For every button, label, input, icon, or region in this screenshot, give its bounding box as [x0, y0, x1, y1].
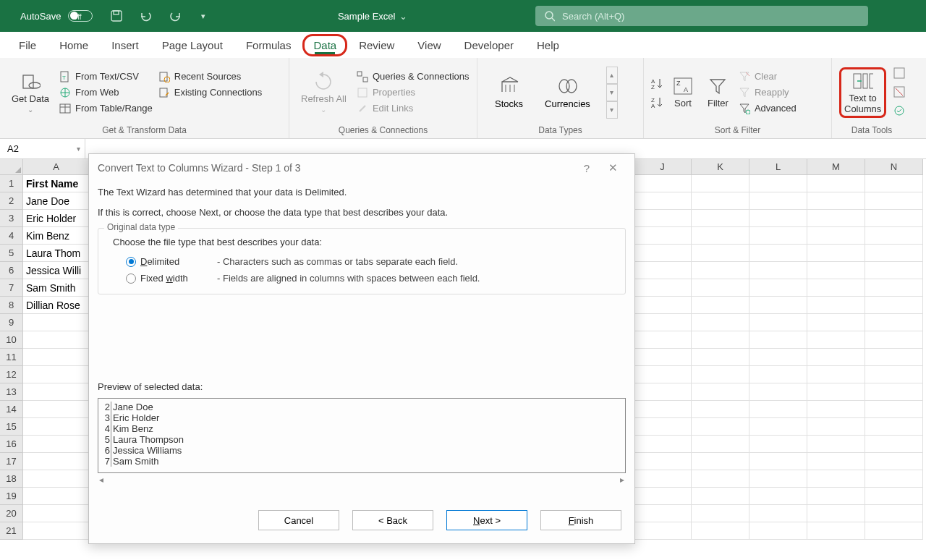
cell[interactable]	[807, 453, 865, 470]
cell[interactable]	[749, 436, 807, 453]
cell[interactable]	[865, 401, 923, 418]
existing-connections-button[interactable]: Existing Connections	[158, 87, 262, 98]
from-text-csv-button[interactable]: TFrom Text/CSV	[59, 71, 153, 82]
cell[interactable]	[865, 505, 923, 522]
finish-button[interactable]: FinishFinish	[540, 510, 621, 530]
cell[interactable]	[865, 279, 923, 297]
cell[interactable]	[634, 522, 692, 540]
tab-view[interactable]: View	[406, 33, 452, 57]
cell[interactable]	[749, 262, 807, 279]
cell[interactable]	[807, 522, 865, 540]
sort-desc-button[interactable]: ZA	[651, 96, 663, 108]
cell[interactable]	[807, 383, 865, 401]
row-header[interactable]: 2	[0, 192, 23, 210]
cell[interactable]	[807, 262, 865, 279]
cell[interactable]: Laura Thom	[23, 245, 90, 262]
cell[interactable]	[634, 175, 692, 192]
cell[interactable]: Eric Holder	[23, 210, 90, 227]
cell[interactable]	[23, 470, 90, 488]
row-header[interactable]: 15	[0, 418, 23, 436]
redo-icon[interactable]	[168, 9, 181, 22]
cell[interactable]	[865, 331, 923, 349]
cell[interactable]	[749, 401, 807, 418]
cell[interactable]	[692, 210, 749, 227]
cell[interactable]	[749, 522, 807, 540]
from-table-range-button[interactable]: From Table/Range	[59, 103, 153, 114]
cell[interactable]	[23, 401, 90, 418]
cell[interactable]	[23, 314, 90, 331]
cell[interactable]	[23, 436, 90, 453]
col-header[interactable]: N	[865, 159, 923, 175]
row-header[interactable]: 18	[0, 470, 23, 488]
cell[interactable]	[807, 366, 865, 383]
cell[interactable]	[634, 383, 692, 401]
cell[interactable]	[692, 418, 749, 436]
cell[interactable]	[865, 210, 923, 227]
cell[interactable]: Sam Smith	[23, 279, 90, 297]
cell[interactable]	[634, 418, 692, 436]
cell[interactable]	[692, 227, 749, 245]
cell[interactable]	[634, 349, 692, 366]
row-header[interactable]: 3	[0, 210, 23, 227]
cell[interactable]	[865, 366, 923, 383]
cell[interactable]: Kim Benz	[23, 227, 90, 245]
cell[interactable]	[692, 522, 749, 540]
tab-review[interactable]: Review	[347, 33, 406, 57]
row-header[interactable]: 14	[0, 401, 23, 418]
cell[interactable]	[23, 331, 90, 349]
row-header[interactable]: 8	[0, 297, 23, 314]
flash-fill-icon[interactable]	[893, 67, 906, 80]
currencies-datatype[interactable]: Currencies	[545, 75, 590, 109]
cell[interactable]	[749, 349, 807, 366]
cell[interactable]	[807, 192, 865, 210]
cell[interactable]	[23, 349, 90, 366]
cell[interactable]	[749, 314, 807, 331]
get-data-button[interactable]: Get Data ⌄	[7, 61, 54, 124]
datatype-up-icon[interactable]: ▴	[606, 67, 618, 84]
advanced-button[interactable]: Advanced	[739, 103, 797, 114]
col-header[interactable]: L	[749, 159, 807, 175]
filter-button[interactable]: Filter	[703, 61, 733, 124]
cell[interactable]	[865, 418, 923, 436]
cell[interactable]	[865, 227, 923, 245]
tab-formulas[interactable]: Formulas	[234, 33, 303, 57]
cell[interactable]	[692, 505, 749, 522]
cell[interactable]	[865, 349, 923, 366]
cell[interactable]	[749, 383, 807, 401]
stocks-datatype[interactable]: Stocks	[495, 75, 523, 109]
reapply-button[interactable]: Reapply	[739, 87, 797, 98]
cell[interactable]	[634, 470, 692, 488]
cell[interactable]	[749, 192, 807, 210]
cell[interactable]	[634, 314, 692, 331]
cell[interactable]	[865, 175, 923, 192]
cell[interactable]	[807, 175, 865, 192]
col-header[interactable]: K	[692, 159, 749, 175]
col-header[interactable]: A	[23, 159, 90, 175]
cell[interactable]	[749, 505, 807, 522]
text-to-columns-button[interactable]: Text to Columns	[839, 67, 886, 118]
cell[interactable]	[865, 453, 923, 470]
row-header[interactable]: 9	[0, 314, 23, 331]
cell[interactable]	[23, 383, 90, 401]
cell[interactable]	[807, 505, 865, 522]
remove-duplicates-icon[interactable]	[893, 86, 906, 99]
cell[interactable]	[749, 175, 807, 192]
cell[interactable]	[692, 470, 749, 488]
cell[interactable]: Dillian Rose	[23, 297, 90, 314]
cell[interactable]	[749, 418, 807, 436]
cell[interactable]	[634, 436, 692, 453]
cell[interactable]	[23, 453, 90, 470]
document-title[interactable]: Sample Excel⌄	[210, 11, 535, 22]
cell[interactable]	[807, 245, 865, 262]
cell[interactable]	[692, 192, 749, 210]
cell[interactable]	[692, 401, 749, 418]
row-header[interactable]: 4	[0, 227, 23, 245]
cell[interactable]	[865, 192, 923, 210]
sort-button[interactable]: ZA Sort	[668, 61, 697, 124]
cell[interactable]	[634, 331, 692, 349]
cell[interactable]	[692, 279, 749, 297]
cell[interactable]	[634, 505, 692, 522]
cell[interactable]	[634, 453, 692, 470]
properties-button[interactable]: Properties	[357, 87, 470, 98]
row-header[interactable]: 20	[0, 505, 23, 522]
